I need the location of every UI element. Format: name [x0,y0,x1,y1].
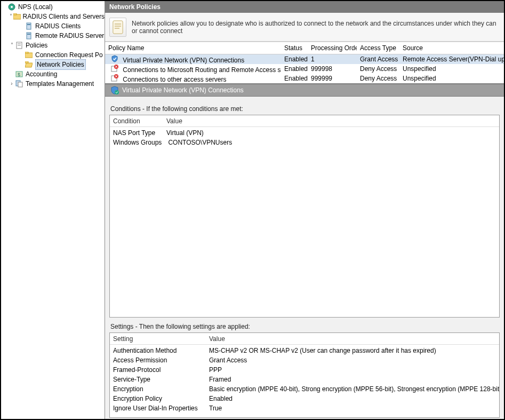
set-val: Framed [206,375,499,384]
cell-source: Remote Access Server(VPN-Dial up) [399,54,504,65]
server-icon [25,31,33,40]
col-policy-name[interactable]: Policy Name [105,43,281,53]
settings-header: Setting Value [110,333,499,345]
tree-policies[interactable]: ˅ Policies [1,41,105,50]
col-access[interactable]: Access Type [357,43,399,53]
cond-val: Virtual (VPN) [163,129,499,137]
tree-label: Network Policies [35,59,86,70]
setting-row[interactable]: Ignore User Dial-In PropertiesTrue [110,403,499,413]
collapse-icon[interactable]: ˅ [9,12,13,21]
svg-rect-5 [27,24,30,25]
cell-order: 1 [308,54,357,65]
setting-row[interactable]: Access PermissionGrant Access [110,355,499,365]
tree-remote-radius[interactable]: Remote RADIUS Server [1,31,105,41]
accounting-icon: $ [15,70,23,78]
policy-grid: Policy Name Status Processing Order Acce… [105,42,504,84]
col-condition: Condition [110,116,163,126]
shield-check-icon [110,86,119,94]
svg-point-32 [115,90,119,94]
tree-label: Connection Request Po [35,50,103,60]
info-bar: Network policies allow you to designate … [105,13,504,42]
tree-label: Remote RADIUS Server [35,31,104,41]
col-value: Value [206,334,499,344]
svg-rect-6 [27,33,31,39]
folder-open-icon [25,60,33,69]
cell-access: Deny Access [357,64,399,74]
cond-key: Windows Groups [110,138,165,147]
col-order[interactable]: Processing Order [308,43,357,53]
tree-label: NPS (Local) [18,2,53,12]
col-status[interactable]: Status [281,43,308,53]
settings-box: Setting Value Authentication MethodMS-CH… [109,332,500,418]
settings-label: Settings - Then the following settings a… [110,323,499,330]
cell-name: Connections to other access servers [123,76,226,83]
cell-order: 999998 [308,64,357,74]
col-source[interactable]: Source [399,43,504,53]
set-key: Authentication Method [110,346,206,355]
cell-access: Deny Access [357,73,399,84]
cell-status: Enabled [281,64,308,74]
svg-rect-12 [25,52,28,53]
setting-row[interactable]: Authentication MethodMS-CHAP v2 OR MS-CH… [110,346,499,355]
tree-network-policies[interactable]: Network Policies [1,60,105,69]
tree-label: Policies [26,41,47,50]
doc-icon [15,41,23,50]
svg-text:$: $ [18,72,20,77]
cond-key: NAS Port Type [110,129,163,137]
selection-title: Virtual Private Network (VPN) Connection… [122,86,244,94]
detail-area: Conditions - If the following conditions… [105,97,504,419]
set-key: Service-Type [110,375,206,384]
table-row[interactable]: Connections to other access servers Enab… [105,74,504,83]
svg-rect-7 [27,34,30,35]
svg-marker-13 [25,63,33,67]
deny-icon [110,64,119,73]
svg-point-1 [11,6,13,8]
templates-icon [15,80,23,88]
cell-source: Unspecified [399,64,504,74]
nav-tree[interactable]: NPS (Local) ˅ RADIUS Clients and Servers… [1,1,105,419]
setting-row[interactable]: Framed-ProtocolPPP [110,365,499,375]
col-setting: Setting [110,334,206,344]
set-val: PPP [206,366,499,374]
set-val: True [206,404,499,413]
tree-label: RADIUS Clients [35,21,81,31]
cell-access: Grant Access [357,54,399,65]
deny-icon [110,74,119,82]
collapse-icon[interactable]: ˅ [9,41,15,50]
info-text: Network policies allow you to designate … [132,20,500,35]
svg-rect-3 [13,13,17,15]
server-icon [25,22,33,30]
set-key: Framed-Protocol [110,366,206,374]
cell-source: Unspecified [399,73,504,84]
condition-row[interactable]: Windows Groups CONTOSO\VPNUsers [110,138,499,147]
set-key: Encryption [110,385,206,393]
setting-row[interactable]: EncryptionBasic encryption (MPPE 40-bit)… [110,384,499,394]
condition-row[interactable]: NAS Port Type Virtual (VPN) [110,128,499,138]
folder-icon [13,12,21,21]
tree-accounting[interactable]: $ Accounting [1,69,105,79]
tree-label: Accounting [26,69,57,79]
conditions-label: Conditions - If the following conditions… [110,105,499,113]
col-value: Value [163,116,499,126]
tree-root[interactable]: NPS (Local) [1,2,105,12]
panel-title: Network Policies [105,1,504,13]
set-val: Grant Access [206,356,499,364]
tree-label: Templates Management [26,79,94,89]
cell-order: 999999 [308,73,357,84]
tree-conn-req[interactable]: Connection Request Po [1,50,105,60]
tree-templates[interactable]: › Templates Management [1,79,105,89]
cond-val: CONTOSO\VPNUsers [165,138,499,147]
set-key: Ignore User Dial-In Properties [110,404,206,413]
cell-status: Enabled [281,73,308,84]
tree-radius-clients[interactable]: RADIUS Clients [1,21,105,31]
set-key: Access Permission [110,356,206,364]
policy-icon [109,18,126,37]
set-val: MS-CHAP v2 OR MS-CHAP v2 (User can chang… [206,346,499,355]
tree-radius[interactable]: ˅ RADIUS Clients and Servers [1,12,105,21]
selection-strip: Virtual Private Network (VPN) Connection… [105,84,504,97]
cell-status: Enabled [281,54,308,65]
expand-icon[interactable]: › [9,79,15,89]
setting-row[interactable]: Encryption PolicyEnabled [110,394,499,403]
setting-row[interactable]: Service-TypeFramed [110,375,499,384]
conditions-box: Condition Value NAS Port Type Virtual (V… [109,115,500,318]
